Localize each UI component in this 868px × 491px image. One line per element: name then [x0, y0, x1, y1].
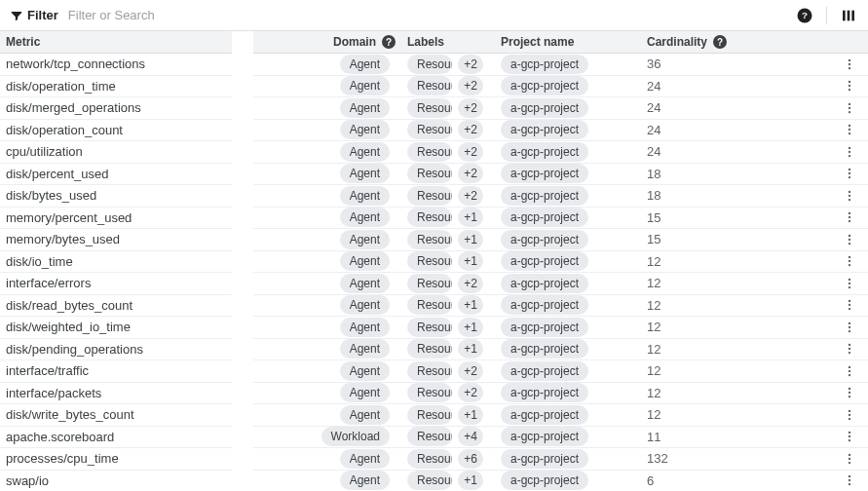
- more-actions-icon[interactable]: [843, 57, 856, 71]
- project-chip[interactable]: a-gcp-project: [501, 164, 588, 183]
- domain-chip[interactable]: Agent: [340, 208, 390, 227]
- domain-chip[interactable]: Agent: [340, 339, 390, 359]
- label-more-chip[interactable]: +4: [458, 427, 483, 446]
- label-more-chip[interactable]: +1: [458, 295, 483, 315]
- more-actions-icon[interactable]: [843, 473, 856, 487]
- col-metric[interactable]: Metric: [0, 31, 232, 54]
- label-chip[interactable]: Resource: gc…: [407, 208, 452, 227]
- label-chip[interactable]: Resource: gc…: [407, 449, 452, 469]
- label-chip[interactable]: Resource: gc…: [407, 361, 452, 381]
- metric-name[interactable]: interface/packets: [0, 383, 232, 405]
- metric-name[interactable]: swap/io: [0, 471, 232, 492]
- metric-name[interactable]: apache.scoreboard: [0, 427, 232, 449]
- columns-icon[interactable]: [837, 4, 860, 27]
- domain-chip[interactable]: Agent: [340, 251, 390, 271]
- more-actions-icon[interactable]: [843, 452, 856, 466]
- more-actions-icon[interactable]: [843, 101, 856, 115]
- domain-chip[interactable]: Agent: [340, 142, 390, 162]
- more-actions-icon[interactable]: [843, 321, 856, 334]
- project-chip[interactable]: a-gcp-project: [501, 98, 588, 118]
- project-chip[interactable]: a-gcp-project: [501, 361, 588, 381]
- filter-button[interactable]: Filter: [8, 8, 64, 22]
- label-more-chip[interactable]: +2: [458, 383, 483, 402]
- metric-name[interactable]: disk/operation_count: [0, 120, 232, 142]
- project-chip[interactable]: a-gcp-project: [501, 55, 588, 74]
- label-more-chip[interactable]: +1: [458, 208, 483, 227]
- domain-chip[interactable]: Agent: [340, 318, 390, 337]
- project-chip[interactable]: a-gcp-project: [501, 230, 588, 249]
- project-chip[interactable]: a-gcp-project: [501, 208, 588, 227]
- metric-name[interactable]: disk/write_bytes_count: [0, 404, 232, 427]
- label-chip[interactable]: Resource: gc…: [407, 186, 452, 206]
- label-chip[interactable]: Resource: gc…: [407, 427, 452, 446]
- label-chip[interactable]: Resource: gc…: [407, 318, 452, 337]
- domain-chip[interactable]: Agent: [340, 274, 390, 293]
- label-chip[interactable]: Resource: gc…: [407, 339, 452, 359]
- domain-chip[interactable]: Agent: [340, 98, 390, 118]
- domain-chip[interactable]: Agent: [340, 295, 390, 315]
- label-chip[interactable]: Resource: gc…: [407, 142, 452, 162]
- label-more-chip[interactable]: +1: [458, 405, 483, 425]
- cardinality-help-icon[interactable]: ?: [713, 35, 727, 49]
- project-chip[interactable]: a-gcp-project: [501, 405, 588, 425]
- more-actions-icon[interactable]: [843, 79, 856, 93]
- col-cardinality[interactable]: Cardinality?: [641, 31, 754, 54]
- domain-chip[interactable]: Agent: [340, 186, 390, 206]
- domain-chip[interactable]: Agent: [340, 361, 390, 381]
- project-chip[interactable]: a-gcp-project: [501, 471, 588, 490]
- domain-chip[interactable]: Agent: [340, 76, 390, 95]
- label-chip[interactable]: Resource: gc…: [407, 471, 452, 490]
- metric-name[interactable]: network/tcp_connections: [0, 54, 232, 76]
- metric-name[interactable]: disk/merged_operations: [0, 97, 232, 120]
- domain-chip[interactable]: Agent: [340, 383, 390, 402]
- label-more-chip[interactable]: +6: [458, 449, 483, 469]
- metric-name[interactable]: disk/operation_time: [0, 76, 232, 98]
- label-more-chip[interactable]: +1: [458, 339, 483, 359]
- label-chip[interactable]: Resource: gc…: [407, 76, 452, 95]
- label-chip[interactable]: Resource: gc…: [407, 274, 452, 293]
- metric-name[interactable]: memory/bytes_used: [0, 229, 232, 251]
- project-chip[interactable]: a-gcp-project: [501, 427, 588, 446]
- metric-name[interactable]: interface/traffic: [0, 360, 232, 383]
- more-actions-icon[interactable]: [843, 233, 856, 246]
- project-chip[interactable]: a-gcp-project: [501, 339, 588, 359]
- label-more-chip[interactable]: +2: [458, 55, 483, 74]
- label-more-chip[interactable]: +2: [458, 76, 483, 95]
- label-chip[interactable]: Resource: gc…: [407, 164, 452, 183]
- more-actions-icon[interactable]: [843, 145, 856, 159]
- label-more-chip[interactable]: +1: [458, 318, 483, 337]
- domain-chip[interactable]: Agent: [340, 120, 390, 139]
- domain-chip[interactable]: Agent: [340, 449, 390, 469]
- metric-name[interactable]: disk/pending_operations: [0, 339, 232, 361]
- metric-name[interactable]: cpu/utilization: [0, 141, 232, 164]
- more-actions-icon[interactable]: [843, 342, 856, 356]
- metric-name[interactable]: disk/weighted_io_time: [0, 317, 232, 339]
- label-chip[interactable]: Resource: gc…: [407, 230, 452, 249]
- search-input[interactable]: [64, 4, 793, 26]
- col-domain[interactable]: Domain?: [253, 31, 401, 54]
- label-more-chip[interactable]: +2: [458, 274, 483, 293]
- project-chip[interactable]: a-gcp-project: [501, 295, 588, 315]
- project-chip[interactable]: a-gcp-project: [501, 142, 588, 162]
- label-more-chip[interactable]: +2: [458, 120, 483, 139]
- domain-chip[interactable]: Workload: [321, 427, 390, 446]
- more-actions-icon[interactable]: [843, 298, 856, 312]
- label-more-chip[interactable]: +1: [458, 471, 483, 490]
- more-actions-icon[interactable]: [843, 430, 856, 443]
- label-chip[interactable]: Resource: gc…: [407, 405, 452, 425]
- metric-name[interactable]: disk/percent_used: [0, 164, 232, 186]
- domain-help-icon[interactable]: ?: [382, 35, 396, 49]
- project-chip[interactable]: a-gcp-project: [501, 383, 588, 402]
- project-chip[interactable]: a-gcp-project: [501, 251, 588, 271]
- project-chip[interactable]: a-gcp-project: [501, 120, 588, 139]
- metric-name[interactable]: interface/errors: [0, 273, 232, 295]
- label-chip[interactable]: Resource: gc…: [407, 251, 452, 271]
- more-actions-icon[interactable]: [843, 408, 856, 422]
- project-chip[interactable]: a-gcp-project: [501, 186, 588, 206]
- more-actions-icon[interactable]: [843, 364, 856, 378]
- more-actions-icon[interactable]: [843, 254, 856, 268]
- more-actions-icon[interactable]: [843, 167, 856, 180]
- label-chip[interactable]: Resource: gc…: [407, 55, 452, 74]
- project-chip[interactable]: a-gcp-project: [501, 449, 588, 469]
- metric-name[interactable]: disk/read_bytes_count: [0, 295, 232, 318]
